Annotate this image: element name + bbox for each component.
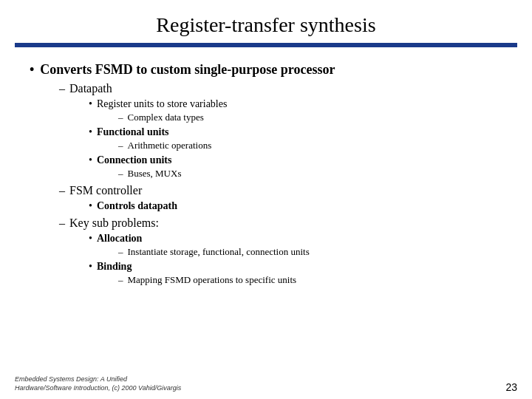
bullet-icon: • (89, 233, 92, 245)
title-area: Register-transfer synthesis (0, 0, 532, 43)
level3-text: Connection units (97, 154, 172, 166)
level3-text: Register units to store variables (97, 98, 228, 110)
slide-title: Register-transfer synthesis (30, 13, 502, 37)
list-item: • Connection units (89, 154, 502, 166)
list-item: – Buses, MUXs (118, 168, 502, 180)
list-item: – Mapping FSMD operations to specific un… (118, 274, 502, 286)
list-item: – Key sub problems: (59, 216, 502, 230)
list-item: • Register units to store variables (89, 98, 502, 110)
bullet-icon: • (30, 62, 34, 78)
list-item: – FSM controller (59, 184, 502, 197)
dash-icon: – (59, 184, 65, 197)
level3-text: Functional units (97, 126, 169, 138)
level2-text: FSM controller (69, 184, 142, 197)
bullet-icon: • (89, 98, 92, 110)
list-item: – Instantiate storage, functional, conne… (118, 246, 502, 258)
bullet-icon: • (89, 154, 92, 166)
level4-text: Complex data types (128, 112, 204, 123)
list-item: • Binding (89, 261, 502, 273)
level4-text: Mapping FSMD operations to specific unit… (128, 274, 297, 286)
list-item: – Complex data types (118, 112, 502, 123)
level4-text: Arithmetic operations (128, 140, 212, 151)
list-item: • Allocation (89, 233, 502, 245)
content-area: • Converts FSMD to custom single-purpose… (0, 47, 532, 399)
list-item: – Datapath (59, 82, 502, 95)
dash-icon: – (118, 246, 123, 258)
dash-icon: – (59, 216, 65, 230)
list-item: – Arithmetic operations (118, 140, 502, 151)
level2-text: Key sub problems: (69, 216, 159, 230)
dash-icon: – (59, 82, 65, 95)
level4-text: Buses, MUXs (128, 168, 182, 180)
level4-text: Instantiate storage, functional, connect… (128, 246, 310, 258)
bullet-icon: • (89, 200, 92, 212)
slide: Register-transfer synthesis • Converts F… (0, 0, 532, 399)
dash-icon: – (118, 112, 123, 123)
dash-icon: – (118, 274, 123, 286)
dash-icon: – (118, 140, 123, 151)
level2-text: Datapath (69, 82, 112, 95)
level3-text: Binding (97, 261, 132, 273)
list-item: • Functional units (89, 126, 502, 138)
page-number: 23 (505, 381, 517, 393)
list-item: • Converts FSMD to custom single-purpose… (30, 62, 502, 78)
footer-left: Embedded Systems Design: A Unified Hardw… (15, 375, 181, 393)
dash-icon: – (118, 168, 123, 180)
level3-text: Allocation (97, 233, 142, 245)
footer: Embedded Systems Design: A Unified Hardw… (15, 375, 517, 393)
footer-line2: Hardware/Software Introduction, (c) 2000… (15, 383, 181, 393)
bullet-icon: • (89, 126, 92, 138)
bullet-icon: • (89, 261, 92, 273)
footer-line1: Embedded Systems Design: A Unified (15, 375, 181, 384)
level1-text: Converts FSMD to custom single-purpose p… (40, 62, 335, 78)
list-item: • Controls datapath (89, 200, 502, 212)
level3-text: Controls datapath (97, 200, 177, 212)
